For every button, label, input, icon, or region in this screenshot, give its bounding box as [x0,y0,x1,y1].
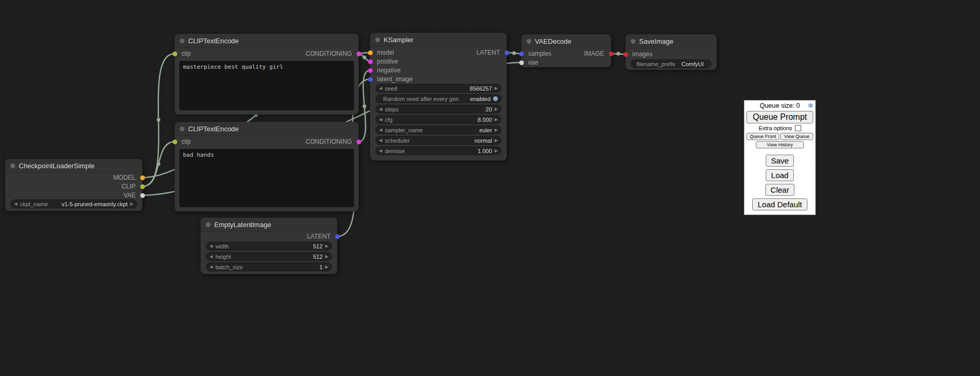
random-seed-toggle-widget[interactable]: Random seed after every gen enabled [375,94,501,103]
model-output-dot[interactable] [140,176,145,180]
output-slot-latent[interactable]: LATENT [370,48,507,57]
increment-arrow-icon[interactable]: ▶ [325,252,328,261]
decrement-arrow-icon[interactable]: ◀ [379,126,382,134]
save-button[interactable]: Save [766,155,794,167]
decrement-arrow-icon[interactable]: ◀ [210,242,213,250]
output-slot-vae[interactable]: VAE [5,191,142,199]
toggle-indicator-icon[interactable] [493,96,498,101]
negative-input-dot[interactable] [368,68,373,73]
ckpt-name-combo-widget[interactable]: ◀ ckpt_name v1-5-pruned-emaonly.ckpt ▶ [10,199,137,208]
input-slot-positive[interactable]: positive [370,57,507,66]
increment-arrow-icon[interactable]: ▶ [495,136,498,145]
increment-arrow-icon[interactable]: ▶ [495,115,498,124]
node-collapse-dot-icon[interactable] [180,127,185,131]
output-slot-conditioning[interactable]: CONDITIONING [175,49,359,58]
extra-options-checkbox[interactable] [795,125,801,131]
increment-arrow-icon[interactable]: ▶ [130,199,133,208]
extra-options-label: Extra options [758,124,792,132]
denoise-widget[interactable]: ◀ denoise 1.000 ▶ [375,146,501,155]
node-title-bar[interactable]: VAEDecode [521,34,611,48]
node-clip-text-encode-negative[interactable]: CLIPTextEncode clip CONDITIONING bad han… [175,122,359,211]
node-collapse-dot-icon[interactable] [10,164,15,168]
increment-arrow-icon[interactable]: ▶ [325,262,328,271]
widget-value: enabled [470,96,491,102]
widget-label: cfg [385,117,393,123]
decrement-arrow-icon[interactable]: ◀ [379,84,382,93]
output-slot-conditioning[interactable]: CONDITIONING [175,137,359,146]
node-clip-text-encode-positive[interactable]: CLIPTextEncode clip CONDITIONING masterp… [175,34,359,115]
node-collapse-dot-icon[interactable] [631,39,635,44]
slot-label: MODEL [113,174,136,181]
node-ksampler[interactable]: KSampler model positive negative latent_… [370,33,507,160]
clear-button[interactable]: Clear [765,184,794,196]
output-slot-clip[interactable]: CLIP [5,182,142,191]
view-history-button[interactable]: View History [756,141,804,148]
node-collapse-dot-icon[interactable] [526,39,531,44]
input-slot-vae[interactable]: vae [521,58,611,67]
node-collapse-dot-icon[interactable] [375,37,380,42]
decrement-arrow-icon[interactable]: ◀ [14,199,17,208]
cfg-widget[interactable]: ◀ cfg 8.000 ▶ [375,115,501,124]
seed-widget[interactable]: ◀ seed 8566257 ▶ [375,84,501,93]
node-title-bar[interactable]: CLIPTextEncode [175,34,359,48]
clip-output-dot[interactable] [140,184,145,189]
node-vae-decode[interactable]: VAEDecode samples vae IMAGE [521,34,611,67]
vae-input-dot[interactable] [519,60,524,65]
node-title-bar[interactable]: SaveImage [626,34,717,48]
load-default-button[interactable]: Load Default [752,198,807,210]
increment-arrow-icon[interactable]: ▶ [495,146,498,155]
queue-front-button[interactable]: Queue Front [746,133,779,140]
output-slot-latent[interactable]: LATENT [201,232,337,241]
latent-output-dot[interactable] [335,234,340,239]
sampler-name-widget[interactable]: ◀ sampler_name euler ▶ [375,126,501,134]
settings-gear-icon[interactable]: ✻ [808,102,813,109]
filename-prefix-widget[interactable]: filename_prefix ComfyUI [631,59,712,68]
slot-label: CONDITIONING [305,50,352,57]
node-save-image[interactable]: SaveImage images filename_prefix ComfyUI [626,34,717,70]
image-output-dot[interactable] [609,52,614,56]
width-widget[interactable]: ◀ width 512 ▶ [206,242,332,250]
input-slot-negative[interactable]: negative [370,66,507,74]
negative-prompt-textarea[interactable]: bad hands [179,149,354,207]
decrement-arrow-icon[interactable]: ◀ [379,105,382,114]
images-input-dot[interactable] [623,52,628,57]
latent-image-input-dot[interactable] [368,77,373,82]
conditioning-output-dot[interactable] [357,140,361,144]
queue-prompt-button[interactable]: Queue Prompt [746,111,813,123]
output-slot-image[interactable]: IMAGE [521,49,611,58]
increment-arrow-icon[interactable]: ▶ [325,242,328,250]
latent-output-dot[interactable] [505,51,509,55]
height-widget[interactable]: ◀ height 512 ▶ [206,252,332,261]
node-title-bar[interactable]: CheckpointLoaderSimple [5,159,142,173]
batch-size-widget[interactable]: ◀ batch_size 1 ▶ [206,262,332,271]
decrement-arrow-icon[interactable]: ◀ [379,115,382,124]
decrement-arrow-icon[interactable]: ◀ [379,146,382,155]
link-midpoint-dot [157,162,161,166]
node-collapse-dot-icon[interactable] [180,39,185,43]
node-title-bar[interactable]: EmptyLatentImage [201,218,337,232]
input-slot-latent-image[interactable]: latent_image [370,75,507,83]
input-slot-images[interactable]: images [626,50,717,58]
node-checkpoint-loader[interactable]: CheckpointLoaderSimple MODEL CLIP VAE ◀ … [5,159,142,211]
decrement-arrow-icon[interactable]: ◀ [210,252,213,261]
node-title-bar[interactable]: KSampler [370,33,507,47]
positive-prompt-textarea[interactable]: masterpiece best quality girl [179,61,354,110]
decrement-arrow-icon[interactable]: ◀ [379,136,382,145]
node-empty-latent-image[interactable]: EmptyLatentImage LATENT ◀ width 512 ▶ ◀ … [201,218,337,274]
vae-output-dot[interactable] [140,193,145,198]
increment-arrow-icon[interactable]: ▶ [495,105,498,114]
increment-arrow-icon[interactable]: ▶ [495,126,498,134]
decrement-arrow-icon[interactable]: ◀ [210,262,213,271]
queue-buttons-row: Queue Front View Queue [746,133,813,140]
output-slot-model[interactable]: MODEL [5,173,142,182]
node-graph-canvas[interactable]: CheckpointLoaderSimple MODEL CLIP VAE ◀ … [0,0,980,376]
steps-widget[interactable]: ◀ steps 20 ▶ [375,105,501,114]
increment-arrow-icon[interactable]: ▶ [495,84,498,93]
view-queue-button[interactable]: View Queue [780,133,813,140]
scheduler-widget[interactable]: ◀ scheduler normal ▶ [375,136,501,145]
load-button[interactable]: Load [766,169,793,181]
positive-input-dot[interactable] [368,59,373,64]
node-collapse-dot-icon[interactable] [206,222,211,227]
conditioning-output-dot[interactable] [357,52,361,56]
node-title-bar[interactable]: CLIPTextEncode [175,122,359,136]
